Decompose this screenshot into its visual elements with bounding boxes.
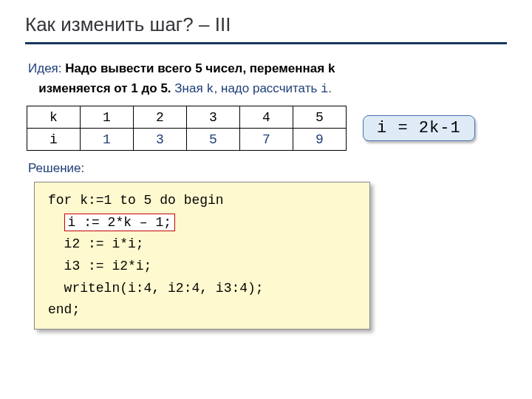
idea-text: Идея: Надо вывести всего 5 чисел, переме… xyxy=(25,59,507,98)
solution-label: Решение: xyxy=(25,161,507,176)
idea-tail-2: , надо рассчитать xyxy=(214,81,318,95)
idea-var-k2: k xyxy=(206,82,214,96)
slide-title: Как изменить шаг? – III xyxy=(25,13,507,44)
code-line-3: i2 := i*i; xyxy=(48,233,356,256)
cell-k-4: 4 xyxy=(240,106,293,129)
code-line-2: i := 2*k – 1; xyxy=(48,212,356,234)
cell-i-1: 1 xyxy=(81,129,134,151)
cell-i-5: 9 xyxy=(293,129,347,151)
idea-bold-1: Надо вывести всего 5 чисел, переменная xyxy=(65,61,328,75)
cell-k-3: 3 xyxy=(187,106,240,129)
cell-i-4: 7 xyxy=(240,129,293,151)
code-block: for k:=1 to 5 do begin i := 2*k – 1; i2 … xyxy=(34,182,370,330)
idea-var-i: i xyxy=(321,82,328,96)
code-highlight: i := 2*k – 1; xyxy=(64,214,175,232)
cell-k-2: 2 xyxy=(134,106,187,129)
cell-k-label: k xyxy=(27,106,81,129)
idea-var-k: k xyxy=(328,62,335,76)
cell-k-5: 5 xyxy=(293,106,347,129)
cell-i-label: i xyxy=(27,129,81,151)
cell-i-2: 3 xyxy=(134,129,187,151)
table-formula-row: k 1 2 3 4 5 i 1 3 5 7 9 i = 2k-1 xyxy=(25,106,507,151)
cell-i-3: 5 xyxy=(187,129,240,151)
values-table: k 1 2 3 4 5 i 1 3 5 7 9 xyxy=(27,106,347,151)
code-line-4: i3 := i2*i; xyxy=(48,256,356,278)
code-line-6: end; xyxy=(48,299,356,321)
idea-label: Идея: xyxy=(28,61,62,75)
idea-tail-1: Зная xyxy=(171,81,207,95)
cell-k-1: 1 xyxy=(81,106,134,129)
code-line-1: for k:=1 to 5 do begin xyxy=(48,190,356,212)
idea-bold-2: изменяется от 1 до 5. xyxy=(35,81,171,95)
formula-callout: i = 2k-1 xyxy=(363,115,475,141)
idea-tail-3: . xyxy=(328,81,332,95)
code-line-5: writeln(i:4, i2:4, i3:4); xyxy=(48,278,356,300)
